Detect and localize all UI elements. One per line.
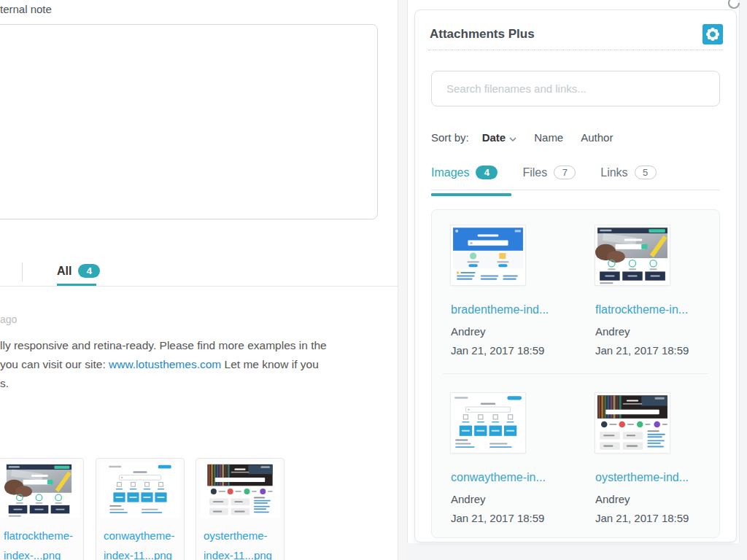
attachments-plus-panel: Attachments Plus Sort by: Date	[414, 9, 737, 542]
tab-count-badge: 4	[78, 264, 100, 278]
tab-count-badge: 5	[635, 166, 657, 179]
attachment-card[interactable]: oystertheme- index-11...png	[196, 458, 285, 560]
filename-line: oystertheme-	[204, 526, 279, 545]
sort-option-author[interactable]: Author	[581, 131, 613, 144]
search-input[interactable]	[431, 71, 720, 106]
tab-label: Files	[522, 166, 547, 179]
attachment-date: Jan 21, 2017 18:59	[451, 512, 576, 524]
attachment-card[interactable]: conwaytheme-in... Andrey Jan 21, 2017 18…	[451, 393, 576, 560]
tab-count-badge: 7	[554, 166, 576, 179]
attachment-thumbnail-flatrock[interactable]	[0, 462, 80, 518]
sort-option-label: Date	[482, 131, 506, 144]
panel-tabs: Images 4 Files 7 Links 5	[431, 166, 720, 190]
internal-note-tab[interactable]: ternal note	[0, 3, 52, 15]
tab-files[interactable]: Files 7	[522, 166, 576, 179]
attachment-thumbnail-oyster[interactable]	[595, 393, 670, 453]
attachment-date: Jan 21, 2017 18:59	[451, 344, 576, 357]
tab-all[interactable]: All 4	[57, 264, 100, 278]
attachment-author: Andrey	[595, 493, 721, 505]
attachment-card[interactable]: conwaytheme- index-11...png	[96, 458, 185, 560]
attachment-thumbnail-oyster[interactable]	[200, 462, 280, 518]
attachment-filename-link[interactable]: flatrocktheme-in...	[595, 303, 721, 316]
attachment-author: Andrey	[451, 325, 576, 338]
comment-line: lly responsive and retina-ready. Please …	[0, 336, 394, 355]
tab-label: Links	[600, 166, 627, 179]
pane-divider[interactable]	[398, 0, 408, 560]
filename-line: conwaytheme-	[104, 526, 179, 545]
filename-line: index-...png	[4, 545, 79, 560]
attachment-card[interactable]: flatrocktheme-in... Andrey Jan 21, 2017 …	[595, 225, 721, 393]
chevron-down-icon	[509, 131, 516, 144]
attachment-card[interactable]: flatrocktheme- index-...png	[0, 458, 84, 560]
attachment-thumbnail-conway[interactable]	[451, 393, 525, 453]
attachment-author: Andrey	[451, 493, 576, 505]
header-divider	[428, 50, 723, 50]
attachment-filename-link[interactable]: bradentheme-ind...	[451, 303, 576, 316]
filename-line: index-11...png	[104, 545, 179, 560]
tabbar-rule	[0, 286, 398, 287]
comment-body: lly responsive and retina-ready. Please …	[0, 336, 394, 393]
comment-text: you can visit our site:	[0, 358, 109, 370]
attachment-date: Jan 21, 2017 18:59	[595, 512, 721, 524]
attachment-thumbnail-braden[interactable]	[451, 225, 525, 285]
sort-option-label: Author	[581, 131, 613, 144]
sort-bar: Sort by: Date Name Author	[431, 131, 630, 144]
workspace-edge-right	[739, 0, 747, 560]
sort-option-name[interactable]: Name	[534, 131, 563, 144]
comment-line: s.	[0, 374, 394, 393]
tab-label: Images	[431, 166, 469, 179]
tab-links[interactable]: Links 5	[600, 166, 656, 179]
panel-title: Attachments Plus	[430, 27, 535, 42]
tab-images[interactable]: Images 4	[431, 166, 498, 179]
comment-line: you can visit our site: www.lotusthemes.…	[0, 355, 394, 374]
active-tab-underline	[431, 193, 511, 196]
attachment-card[interactable]: oystertheme-ind... Andrey Jan 21, 2017 1…	[595, 393, 721, 560]
tab-count-badge: 4	[476, 166, 498, 179]
filename-line: flatrocktheme-	[4, 526, 79, 545]
filename-line: index-11...png	[204, 545, 279, 560]
lotusthemes-link[interactable]: www.lotusthemes.com	[109, 358, 221, 370]
ticket-pane: ternal note All 4 ago lly responsive and…	[0, 0, 398, 560]
attachment-filename-link[interactable]: conwaytheme-in...	[451, 471, 576, 484]
comment-text: Let me know if you	[221, 358, 319, 370]
tab-divider	[22, 262, 23, 281]
settings-icon[interactable]	[703, 24, 723, 44]
tab-all-label: All	[57, 265, 71, 278]
attachment-card[interactable]: bradentheme-ind... Andrey Jan 21, 2017 1…	[451, 225, 576, 393]
attachment-filename-link[interactable]: oystertheme- index-11...png	[196, 521, 284, 560]
attachment-thumbnail-flatrock[interactable]	[595, 225, 670, 285]
attachment-thumbnail-conway[interactable]	[100, 462, 180, 518]
panel-header: Attachments Plus	[430, 24, 723, 44]
attachment-filename-link[interactable]: oystertheme-ind...	[595, 471, 721, 484]
attachment-filename-link[interactable]: conwaytheme- index-11...png	[96, 521, 184, 560]
list-row-divider	[443, 373, 708, 374]
attachment-author: Andrey	[595, 325, 721, 338]
note-editor[interactable]	[0, 24, 378, 219]
attachment-date: Jan 21, 2017 18:59	[595, 344, 721, 357]
comment-timestamp: ago	[0, 314, 17, 325]
attachment-filename-link[interactable]: flatrocktheme- index-...png	[0, 521, 83, 560]
sort-label: Sort by:	[431, 131, 469, 144]
sort-option-label: Name	[534, 131, 563, 144]
sort-option-date[interactable]: Date	[482, 131, 517, 144]
